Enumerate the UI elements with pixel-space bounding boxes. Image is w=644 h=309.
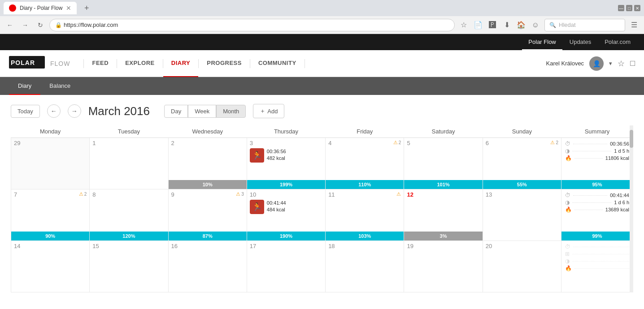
scrollbar-thumb[interactable] — [630, 130, 633, 148]
progress-bar: 3% — [404, 232, 482, 240]
calendar-cell-w1-d4[interactable]: 3🏃00:36:56482 kcal199% — [247, 138, 325, 189]
user-dropdown-arrow[interactable]: ▾ — [609, 60, 612, 67]
topbar-polar-flow[interactable]: Polar Flow — [522, 34, 562, 50]
browser-toolbar: ← → ↻ 🔒 https://flow.polar.com ☆ 📄 🅿 ⬇ 🏠… — [0, 16, 644, 34]
topbar-polar-com[interactable]: Polar.com — [598, 34, 637, 50]
calendar-cell-w1-d2[interactable]: 1 — [90, 138, 168, 189]
calendar-cell-w3-d4[interactable]: 17 — [247, 241, 325, 292]
calendar-cell-w3-d6[interactable]: 19 — [404, 241, 483, 292]
progress-bar: 101% — [404, 180, 482, 189]
home-button[interactable]: 🏠 — [515, 19, 527, 31]
subnav-diary[interactable]: Diary — [9, 77, 40, 95]
calendar-cell-w2-d5[interactable]: 11⚠103% — [326, 189, 404, 241]
maximize-button[interactable]: □ — [626, 5, 632, 11]
reload-button[interactable]: ↻ — [34, 19, 47, 31]
subnav-balance[interactable]: Balance — [40, 77, 79, 95]
cal-date-num: 6⚠2 — [486, 140, 558, 146]
cal-date-num: 29 — [14, 140, 87, 146]
today-button[interactable]: Today — [11, 105, 40, 118]
forward-button[interactable]: → — [19, 19, 31, 31]
activity-entry[interactable]: 🏃00:36:56482 kcal — [250, 148, 322, 163]
calendar-cell-w2-d3[interactable]: 9⚠387% — [168, 189, 247, 241]
back-button[interactable]: ← — [4, 19, 16, 31]
view-controls: Day Week Month — [164, 105, 246, 118]
cal-date-num: 11⚠ — [328, 191, 401, 198]
calendar-cell-w3-d7[interactable]: 20 — [483, 241, 561, 292]
calendar-cell-w3-d2[interactable]: 15 — [90, 241, 168, 292]
browser-tab[interactable]: Diary - Polar Flow ✕ — [4, 2, 77, 14]
nav-diary[interactable]: DIARY — [163, 50, 198, 77]
summary-activity: ◑ 1 d 6 h — [565, 199, 629, 206]
calendar-cell-w1-d6[interactable]: 5101% — [404, 138, 483, 189]
calendar-cell-w2-d6[interactable]: 123% — [404, 189, 483, 241]
pocket-button[interactable]: 🅿 — [486, 19, 499, 31]
col-monday: Monday — [11, 125, 90, 138]
progress-bar-wrap: 10% — [169, 180, 247, 189]
user-avatar[interactable]: 👤 — [589, 56, 604, 71]
calendar-cell-w2-d1[interactable]: 7⚠290% — [11, 189, 90, 241]
calendar-cell-w2-d4[interactable]: 10🏃00:41:44484 kcal190% — [247, 189, 325, 241]
calendar-cell-w1-d1[interactable]: 29 — [11, 138, 90, 189]
clock-icon: ⏱ — [565, 192, 570, 198]
summary-activity-val: 1 d 5 h — [614, 148, 629, 154]
reader-mode-button[interactable]: 📄 — [472, 19, 484, 31]
summary-cell-w3: ⏱ ⊞ ◑ 🔥 — [561, 241, 633, 292]
calendar-header: Today ← → March 2016 Day Week Month ＋ Ad… — [11, 104, 633, 118]
polar-logo-svg: POLAR — [9, 56, 45, 69]
tab-close-button[interactable]: ✕ — [66, 4, 71, 12]
close-button[interactable]: ✕ — [634, 5, 640, 11]
calendar-cell-w3-d3[interactable]: 16 — [168, 241, 247, 292]
progress-bar-wrap: 103% — [326, 232, 404, 240]
cal-date-num: 18 — [328, 243, 401, 249]
cal-date-num: 20 — [486, 243, 558, 249]
nav-community[interactable]: COMMUNITY — [250, 50, 305, 77]
progress-bar-wrap: 199% — [247, 180, 325, 189]
prev-month-button[interactable]: ← — [47, 104, 61, 118]
nav-feed[interactable]: FEED — [84, 50, 117, 77]
calendar-cell-w3-d5[interactable]: 18 — [326, 241, 404, 292]
summary-activity-empty: ◑ — [565, 258, 629, 264]
cal-date-num: 2 — [171, 140, 244, 146]
summary-time: ⏱ 00:36:56 — [565, 141, 629, 147]
calendar-cell-w2-d7[interactable]: 13 — [483, 189, 561, 241]
minimize-button[interactable]: — — [618, 5, 624, 11]
progress-bar-wrap: 120% — [90, 232, 168, 240]
summary-activity: ◑ 1 d 5 h — [565, 148, 629, 154]
favorite-icon[interactable]: ☆ — [618, 59, 625, 69]
calendar-cell-w1-d5[interactable]: 4⚠2110% — [326, 138, 404, 189]
topbar-updates[interactable]: Updates — [563, 34, 597, 50]
nav-progress[interactable]: PROGRESS — [199, 50, 250, 77]
url-bar[interactable]: 🔒 https://flow.polar.com — [49, 19, 455, 31]
next-month-button[interactable]: → — [68, 104, 81, 118]
main-content: Today ← → March 2016 Day Week Month ＋ Ad… — [0, 95, 644, 309]
download-button[interactable]: ⬇ — [500, 19, 513, 31]
activity-entry[interactable]: 🏃00:41:44484 kcal — [250, 200, 322, 214]
calendar-cell-w2-d2[interactable]: 8120% — [90, 189, 168, 241]
progress-bar: 120% — [90, 232, 168, 240]
notifications-icon[interactable]: □ — [630, 59, 635, 68]
scrollbar[interactable] — [630, 125, 633, 292]
flame-icon-empty: 🔥 — [565, 265, 572, 271]
calendar-cell-w1-d3[interactable]: 210% — [168, 138, 247, 189]
progress-bar: 90% — [11, 232, 89, 240]
bookmark-star-button[interactable]: ☆ — [457, 19, 470, 31]
cal-date-num: 15 — [92, 243, 165, 249]
calendar-cell-w1-d7[interactable]: 6⚠255% — [483, 138, 561, 189]
progress-bar-wrap: 87% — [169, 232, 247, 240]
month-view-button[interactable]: Month — [216, 105, 246, 118]
menu-button[interactable]: ☰ — [628, 19, 640, 31]
col-friday: Friday — [326, 125, 404, 138]
day-view-button[interactable]: Day — [164, 105, 188, 118]
svg-text:POLAR: POLAR — [11, 59, 35, 66]
browser-titlebar: Diary - Polar Flow ✕ + — □ ✕ — [0, 0, 644, 16]
activity-kcal: 484 kcal — [267, 206, 286, 213]
add-activity-button[interactable]: ＋ Add — [253, 104, 284, 118]
week-view-button[interactable]: Week — [188, 105, 216, 118]
alert-icons: ⚠2 — [393, 140, 401, 146]
cal-date-num: 17 — [250, 243, 322, 249]
emoji-button[interactable]: ☺ — [529, 19, 542, 31]
calendar-cell-w3-d1[interactable]: 14 — [11, 241, 90, 292]
nav-explore[interactable]: EXPLORE — [117, 50, 163, 77]
new-tab-button[interactable]: + — [80, 2, 93, 14]
browser-search-bar[interactable]: 🔍 Hledat — [544, 19, 625, 31]
